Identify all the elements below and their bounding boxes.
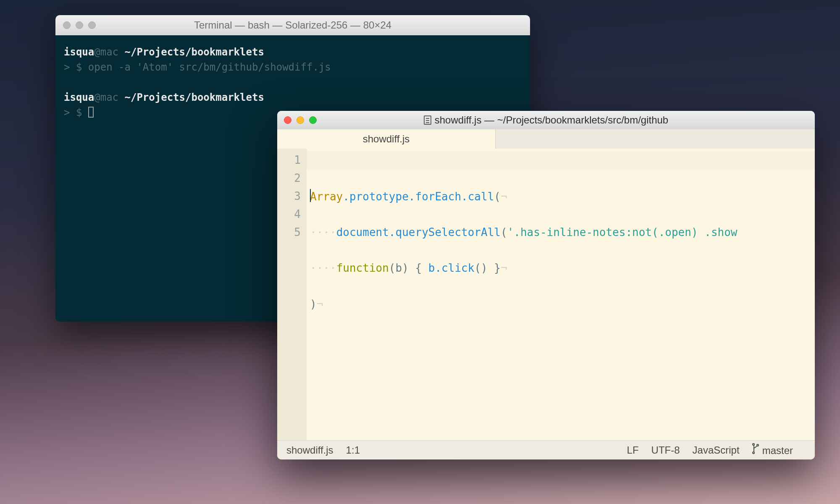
editor-tabbar[interactable]: showdiff.js [277,129,815,149]
git-branch-icon [752,444,760,454]
terminal-line: > $ open -a 'Atom' src/bm/github/showdif… [64,60,522,75]
line-number-gutter[interactable]: 1 2 3 4 5 [277,149,307,440]
tab-empty-area[interactable] [496,129,815,149]
code-line [310,331,815,349]
active-line-highlight [307,151,815,169]
editor-traffic-lights[interactable] [284,116,317,124]
status-git-branch[interactable]: master [752,444,793,457]
code-line: ····document.querySelectorAll('.has-inli… [310,223,815,242]
editor-title: showdiff.js — ~/Projects/bookmarklets/sr… [277,114,815,126]
terminal-line: isqua@mac ~/Projects/bookmarklets [64,90,522,105]
terminal-traffic-lights[interactable] [63,21,96,29]
line-number[interactable]: 5 [277,223,301,242]
close-icon[interactable] [284,116,291,124]
minimize-icon[interactable] [297,116,304,124]
document-icon [424,116,431,125]
terminal-line: isqua@mac ~/Projects/bookmarklets [64,45,522,60]
text-cursor-icon [310,189,311,202]
editor-titlebar[interactable]: showdiff.js — ~/Projects/bookmarklets/sr… [277,111,815,129]
editor-window[interactable]: showdiff.js — ~/Projects/bookmarklets/sr… [277,111,815,459]
code-line: )¬ [310,295,815,313]
editor-title-text: showdiff.js — ~/Projects/bookmarklets/sr… [435,114,668,126]
editor-statusbar[interactable]: showdiff.js 1:1 LF UTF-8 JavaScript mast… [277,440,815,459]
minimize-icon[interactable] [76,21,83,29]
status-line-ending[interactable]: LF [627,444,639,456]
line-number[interactable]: 2 [277,169,301,187]
code-line: Array.prototype.forEach.call(¬ [310,187,815,205]
editor-body[interactable]: 1 2 3 4 5 Array.prototype.forEach.call(¬… [277,149,815,440]
code-line: ····function(b) { b.click() }¬ [310,259,815,277]
tab-label: showdiff.js [363,133,410,145]
line-number[interactable]: 4 [277,205,301,223]
close-icon[interactable] [63,21,71,29]
line-number[interactable]: 3 [277,187,301,205]
terminal-titlebar[interactable]: Terminal — bash — Solarized-256 — 80×24 [55,15,530,35]
terminal-cursor-icon [88,107,94,118]
status-filename[interactable]: showdiff.js [286,444,333,456]
zoom-icon[interactable] [88,21,96,29]
zoom-icon[interactable] [309,116,317,124]
code-area[interactable]: Array.prototype.forEach.call(¬ ····docum… [307,149,815,440]
line-number[interactable]: 1 [277,151,301,169]
status-cursor-position[interactable]: 1:1 [346,444,360,456]
tab-showdiff[interactable]: showdiff.js [277,129,496,149]
status-encoding[interactable]: UTF-8 [651,444,680,456]
status-language[interactable]: JavaScript [693,444,740,456]
terminal-title: Terminal — bash — Solarized-256 — 80×24 [55,19,530,31]
branch-name: master [762,445,793,456]
terminal-line [64,75,522,90]
